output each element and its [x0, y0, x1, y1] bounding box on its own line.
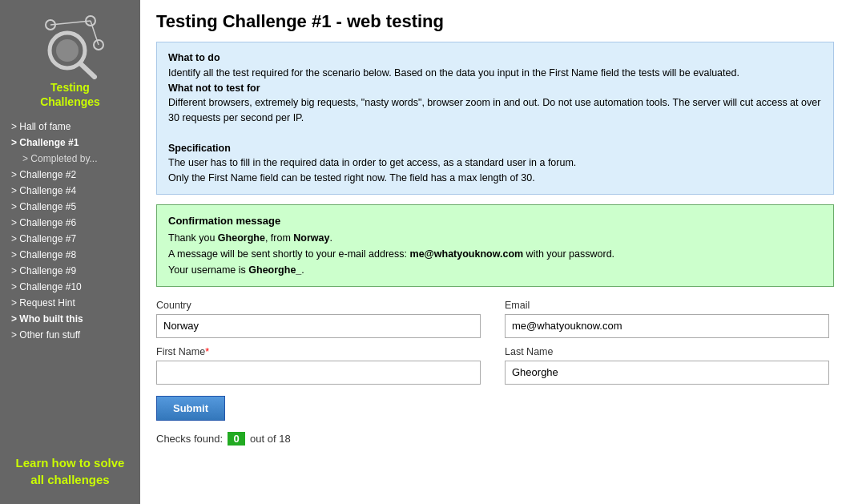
spec-title: Specification: [168, 141, 822, 156]
confirm-text2-pre: A message will be sent shortly to your e…: [168, 248, 410, 260]
sidebar-nav-item[interactable]: > Request Hint: [6, 295, 134, 311]
checks-found: Checks found: 0 out of 18: [156, 432, 834, 446]
what-not-title: What not to test for: [168, 81, 822, 96]
sidebar-nav-item[interactable]: > Completed by...: [6, 151, 134, 167]
confirm-title: Confirmation message: [168, 213, 822, 230]
spec-text2: Only the First Name field can be tested …: [168, 171, 822, 186]
sidebar-nav-item[interactable]: > Challenge #6: [6, 215, 134, 231]
sidebar-nav-item[interactable]: > Challenge #7: [6, 231, 134, 247]
confirm-username: Gheorghe_: [248, 264, 301, 276]
spec-text1: The user has to fill in the required dat…: [168, 155, 822, 171]
country-input[interactable]: [156, 314, 481, 338]
sidebar-nav-item[interactable]: > Other fun stuff: [6, 327, 134, 343]
sidebar-nav-item[interactable]: > Challenge #9: [6, 263, 134, 279]
country-group: Country: [156, 300, 481, 338]
first-name-input[interactable]: [156, 361, 481, 385]
checks-total: out of 18: [250, 433, 291, 445]
confirm-line3: Your username is Gheorghe_.: [168, 262, 822, 278]
sidebar-nav-item[interactable]: > Challenge #5: [6, 199, 134, 215]
svg-point-6: [56, 39, 79, 62]
confirm-email: me@whatyouknow.com: [410, 248, 524, 260]
confirm-line2: A message will be sent shortly to your e…: [168, 246, 822, 262]
sidebar-nav: > Hall of fame> Challenge #1> Completed …: [0, 119, 140, 442]
sidebar-nav-item[interactable]: > Challenge #1: [6, 135, 134, 151]
sidebar-logo: [30, 8, 111, 80]
email-group: Email: [505, 300, 829, 338]
what-not-text: Different browsers, extremely big reques…: [168, 95, 822, 126]
last-name-label: Last Name: [505, 346, 829, 357]
info-box: What to do Identify all the test require…: [156, 42, 834, 195]
first-name-label: First Name*: [156, 346, 481, 357]
last-name-input[interactable]: [505, 361, 829, 385]
sidebar-title: Testing Challenges: [40, 80, 100, 109]
confirm-text1-mid: , from: [265, 232, 293, 244]
submit-button[interactable]: Submit: [156, 396, 225, 421]
confirm-text3-pre: Your username is: [168, 264, 248, 276]
what-to-do-text: Identify all the test required for the s…: [168, 66, 822, 81]
sidebar-nav-item[interactable]: > Who built this: [6, 311, 134, 327]
sidebar-nav-item[interactable]: > Challenge #4: [6, 183, 134, 199]
svg-line-3: [50, 21, 91, 25]
last-name-group: Last Name: [505, 346, 829, 385]
what-to-do-title: What to do: [168, 50, 822, 66]
sidebar-nav-item[interactable]: > Challenge #8: [6, 247, 134, 263]
email-label: Email: [505, 300, 829, 311]
confirm-box: Confirmation message Thank you Gheorghe,…: [156, 204, 834, 287]
confirm-line1: Thank you Gheorghe, from Norway.: [168, 230, 822, 246]
sidebar-nav-item[interactable]: > Challenge #2: [6, 167, 134, 183]
confirm-text1-post: .: [329, 232, 332, 244]
svg-line-7: [80, 63, 95, 77]
sidebar-nav-item[interactable]: > Challenge #10: [6, 279, 134, 295]
email-input[interactable]: [505, 314, 829, 338]
confirm-text3-post: .: [301, 264, 304, 276]
registration-form: Country Email First Name* Last Name Subm…: [156, 300, 834, 432]
confirm-text1-pre: Thank you: [168, 232, 218, 244]
country-label: Country: [156, 300, 481, 311]
learn-link[interactable]: Learn how to solve all challenges: [0, 442, 140, 504]
page-title: Testing Challenge #1 - web testing: [156, 11, 834, 32]
checks-count: 0: [228, 432, 245, 446]
sidebar: Testing Challenges > Hall of fame> Chall…: [0, 0, 140, 504]
sidebar-nav-item[interactable]: > Hall of fame: [6, 119, 134, 135]
form-grid: Country Email First Name* Last Name: [156, 300, 829, 385]
first-name-group: First Name*: [156, 346, 481, 385]
checks-label: Checks found:: [156, 433, 223, 445]
confirm-text2-post: with your password.: [523, 248, 614, 260]
confirm-country: Norway: [293, 232, 329, 244]
main-content: Testing Challenge #1 - web testing What …: [140, 0, 850, 504]
confirm-name: Gheorghe: [218, 232, 265, 244]
